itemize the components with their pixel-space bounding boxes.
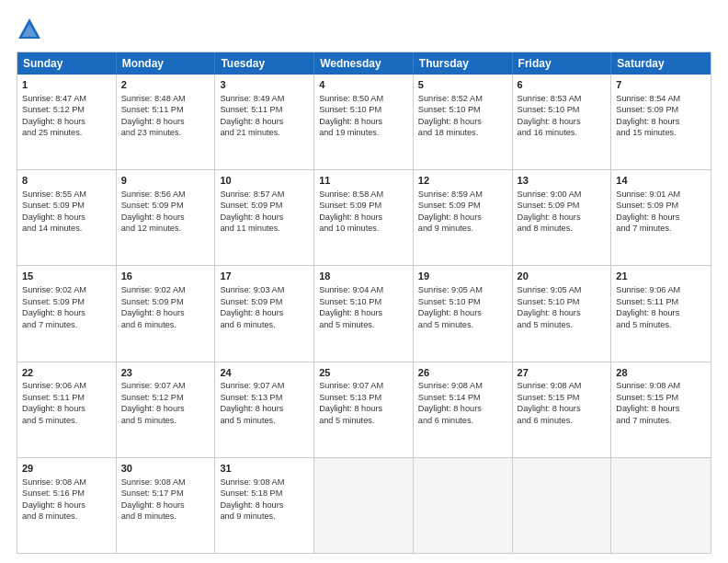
calendar-cell: 3Sunrise: 8:49 AMSunset: 5:11 PMDaylight… bbox=[215, 75, 314, 169]
day-info-line: Sunset: 5:10 PM bbox=[518, 297, 580, 306]
day-info-line: Sunrise: 8:59 AM bbox=[418, 190, 483, 199]
calendar-cell: 8Sunrise: 8:55 AMSunset: 5:09 PMDaylight… bbox=[17, 170, 117, 265]
day-number: 1 bbox=[22, 78, 111, 92]
calendar-cell bbox=[314, 458, 414, 553]
day-info-line: Daylight: 8 hours bbox=[616, 213, 679, 222]
calendar-row-1: 8Sunrise: 8:55 AMSunset: 5:09 PMDaylight… bbox=[17, 170, 711, 266]
day-info-line: Daylight: 8 hours bbox=[418, 117, 482, 126]
day-info-line: Daylight: 8 hours bbox=[22, 117, 85, 126]
day-info-line: Daylight: 8 hours bbox=[518, 213, 581, 222]
day-number: 30 bbox=[121, 462, 210, 476]
day-info-line: Sunrise: 9:00 AM bbox=[518, 190, 582, 199]
day-info-line: Daylight: 8 hours bbox=[319, 404, 382, 413]
calendar-cell: 29Sunrise: 9:08 AMSunset: 5:16 PMDayligh… bbox=[17, 458, 117, 553]
day-info-line: Sunrise: 9:07 AM bbox=[220, 381, 284, 390]
day-info-line: and 6 minutes. bbox=[121, 320, 176, 329]
calendar-cell: 7Sunrise: 8:54 AMSunset: 5:09 PMDaylight… bbox=[611, 75, 711, 169]
day-info-line: Sunrise: 9:08 AM bbox=[616, 381, 680, 390]
day-info-line: Sunrise: 9:08 AM bbox=[418, 381, 483, 390]
day-number: 31 bbox=[220, 462, 309, 476]
day-info-line: and 6 minutes. bbox=[518, 416, 573, 425]
day-info-line: Sunset: 5:09 PM bbox=[616, 105, 678, 114]
day-info-line: Sunset: 5:14 PM bbox=[418, 393, 481, 402]
calendar-row-3: 22Sunrise: 9:06 AMSunset: 5:11 PMDayligh… bbox=[17, 362, 711, 458]
day-info-line: Sunset: 5:09 PM bbox=[121, 201, 184, 210]
day-number: 17 bbox=[220, 270, 309, 283]
calendar-cell: 19Sunrise: 9:05 AMSunset: 5:10 PMDayligh… bbox=[414, 266, 513, 361]
day-info-line: Sunrise: 9:08 AM bbox=[518, 381, 582, 390]
day-info-line: Sunrise: 9:04 AM bbox=[319, 285, 383, 294]
day-info-line: and 5 minutes. bbox=[616, 320, 671, 329]
day-number: 13 bbox=[518, 174, 607, 188]
calendar-cell bbox=[513, 458, 612, 553]
day-info-line: Sunrise: 9:05 AM bbox=[518, 285, 582, 294]
day-info-line: Sunset: 5:10 PM bbox=[319, 105, 381, 114]
calendar-row-2: 15Sunrise: 9:02 AMSunset: 5:09 PMDayligh… bbox=[17, 266, 711, 362]
day-info-line: and 12 minutes. bbox=[121, 224, 181, 233]
day-info-line: Daylight: 8 hours bbox=[121, 213, 185, 222]
calendar-cell: 17Sunrise: 9:03 AMSunset: 5:09 PMDayligh… bbox=[215, 266, 314, 361]
day-number: 2 bbox=[121, 78, 210, 92]
day-info-line: and 10 minutes. bbox=[319, 224, 379, 233]
calendar-cell: 23Sunrise: 9:07 AMSunset: 5:12 PMDayligh… bbox=[117, 362, 216, 457]
day-info-line: Sunset: 5:16 PM bbox=[22, 488, 85, 498]
day-number: 9 bbox=[121, 174, 210, 188]
day-info-line: Daylight: 8 hours bbox=[220, 404, 283, 413]
day-info-line: Daylight: 8 hours bbox=[22, 500, 85, 510]
day-number: 4 bbox=[319, 78, 408, 92]
day-info-line: Sunrise: 8:55 AM bbox=[22, 190, 86, 199]
day-info-line: Sunrise: 8:53 AM bbox=[518, 94, 582, 103]
day-info-line: Sunrise: 8:52 AM bbox=[418, 94, 483, 103]
day-info-line: and 8 minutes. bbox=[121, 511, 176, 521]
day-info-line: Daylight: 8 hours bbox=[616, 117, 679, 126]
day-number: 19 bbox=[418, 270, 507, 283]
day-number: 18 bbox=[319, 270, 408, 283]
day-info-line: Sunrise: 9:02 AM bbox=[121, 285, 186, 294]
day-info-line: Sunset: 5:09 PM bbox=[418, 201, 481, 210]
day-number: 7 bbox=[616, 78, 706, 92]
day-info-line: Sunset: 5:09 PM bbox=[220, 201, 282, 210]
day-info-line: Daylight: 8 hours bbox=[22, 213, 85, 222]
calendar-cell: 14Sunrise: 9:01 AMSunset: 5:09 PMDayligh… bbox=[611, 170, 711, 265]
day-number: 3 bbox=[220, 78, 309, 92]
calendar-cell bbox=[611, 458, 711, 553]
calendar-cell bbox=[414, 458, 513, 553]
day-info-line: Daylight: 8 hours bbox=[22, 404, 85, 413]
day-info-line: Daylight: 8 hours bbox=[121, 117, 185, 126]
logo bbox=[17, 17, 46, 42]
day-number: 6 bbox=[518, 78, 607, 92]
day-info-line: Daylight: 8 hours bbox=[518, 404, 581, 413]
day-info-line: Sunset: 5:09 PM bbox=[121, 297, 184, 306]
day-info-line: and 9 minutes. bbox=[418, 224, 473, 233]
day-number: 25 bbox=[319, 366, 408, 380]
calendar-cell: 28Sunrise: 9:08 AMSunset: 5:15 PMDayligh… bbox=[611, 362, 711, 457]
day-info-line: Sunset: 5:11 PM bbox=[22, 393, 85, 402]
calendar-cell: 12Sunrise: 8:59 AMSunset: 5:09 PMDayligh… bbox=[414, 170, 513, 265]
calendar-cell: 31Sunrise: 9:08 AMSunset: 5:18 PMDayligh… bbox=[215, 458, 314, 553]
header-day-wednesday: Wednesday bbox=[314, 52, 414, 75]
day-info-line: Sunrise: 8:57 AM bbox=[220, 190, 284, 199]
day-info-line: Daylight: 8 hours bbox=[220, 500, 283, 510]
day-info-line: Sunrise: 9:06 AM bbox=[22, 381, 86, 390]
calendar-cell: 15Sunrise: 9:02 AMSunset: 5:09 PMDayligh… bbox=[17, 266, 117, 361]
day-info-line: Daylight: 8 hours bbox=[518, 308, 581, 317]
day-info-line: Daylight: 8 hours bbox=[121, 308, 185, 317]
day-info-line: Sunset: 5:09 PM bbox=[220, 297, 282, 306]
day-info-line: Sunset: 5:11 PM bbox=[121, 105, 184, 114]
header-day-sunday: Sunday bbox=[17, 52, 117, 75]
day-info-line: Sunset: 5:15 PM bbox=[616, 393, 678, 402]
calendar-cell: 22Sunrise: 9:06 AMSunset: 5:11 PMDayligh… bbox=[17, 362, 117, 457]
calendar-cell: 1Sunrise: 8:47 AMSunset: 5:12 PMDaylight… bbox=[17, 75, 117, 169]
day-info-line: Sunrise: 9:08 AM bbox=[22, 477, 86, 487]
day-info-line: and 6 minutes. bbox=[220, 320, 275, 329]
day-info-line: Daylight: 8 hours bbox=[616, 308, 679, 317]
day-info-line: Daylight: 8 hours bbox=[418, 308, 482, 317]
day-info-line: Sunset: 5:10 PM bbox=[418, 297, 481, 306]
day-info-line: Sunrise: 9:05 AM bbox=[418, 285, 483, 294]
header-day-friday: Friday bbox=[513, 52, 612, 75]
day-info-line: Sunrise: 9:01 AM bbox=[616, 190, 680, 199]
day-info-line: Sunrise: 8:48 AM bbox=[121, 94, 186, 103]
calendar-row-4: 29Sunrise: 9:08 AMSunset: 5:16 PMDayligh… bbox=[17, 458, 711, 553]
calendar-cell: 27Sunrise: 9:08 AMSunset: 5:15 PMDayligh… bbox=[513, 362, 612, 457]
calendar-cell: 4Sunrise: 8:50 AMSunset: 5:10 PMDaylight… bbox=[314, 75, 414, 169]
